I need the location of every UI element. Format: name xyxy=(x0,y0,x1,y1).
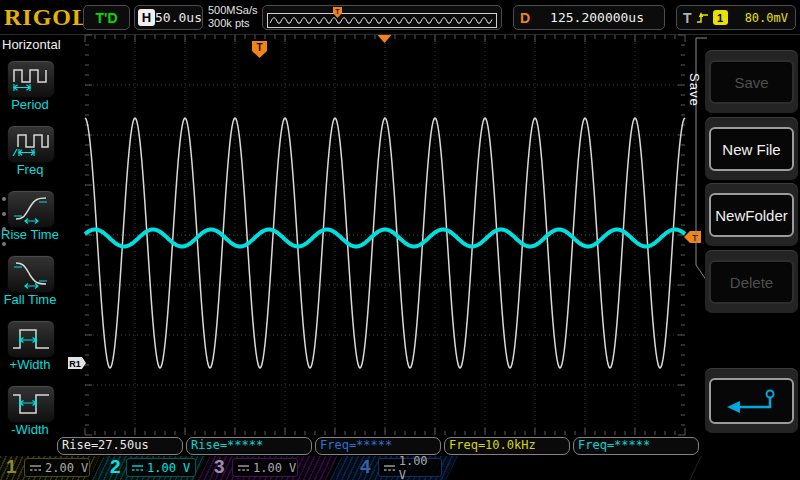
memory-trigger-marker: T xyxy=(333,7,342,18)
trigger-slope-icon xyxy=(696,11,709,25)
save-button-holder: Save xyxy=(705,50,798,113)
fall-time-icon xyxy=(7,255,55,293)
channel-status-bar: 1 2.00 V 2 1.00 V 3 xyxy=(0,456,800,480)
channel-1-indicator[interactable]: 1 2.00 V xyxy=(0,456,100,480)
new-folder-button[interactable]: NewFolder xyxy=(709,193,794,237)
new-folder-button-holder: NewFolder xyxy=(705,183,798,246)
menu-page-dot xyxy=(2,197,6,201)
waveform-memory-preview: T xyxy=(262,5,502,30)
measurement-cell-3[interactable]: Freq=***** xyxy=(315,437,441,455)
h-label: H xyxy=(138,9,155,26)
channel-3-indicator[interactable]: 3 1.00 V xyxy=(198,456,338,480)
delete-button[interactable]: Delete xyxy=(709,260,794,304)
channel-1-volts: 2.00 V xyxy=(45,461,88,475)
dc-coupling-icon xyxy=(131,463,144,473)
channel-2-volts: 1.00 V xyxy=(147,461,190,475)
menu-label-fall-time: Fall Time xyxy=(0,292,60,307)
period-icon xyxy=(7,60,55,98)
dc-coupling-icon xyxy=(383,463,396,473)
menu-page-dot xyxy=(2,227,6,231)
channel-4-scale: 1.00 V xyxy=(378,458,442,477)
save-button[interactable]: Save xyxy=(709,60,794,104)
channel-4-number: 4 xyxy=(360,456,371,478)
oscilloscope-screen: RIGOL T'D H 50.0us 500MSa/s 300k pts T D… xyxy=(0,0,800,480)
rigol-logo: RIGOL xyxy=(4,4,89,31)
timebase-box[interactable]: H 50.0us xyxy=(134,5,203,30)
waveform-display: T R1 T xyxy=(60,35,685,435)
new-file-button-holder: New File xyxy=(705,117,798,180)
dc-coupling-icon xyxy=(29,463,42,473)
measure-sidebar: Horizontal Period Freq xyxy=(0,35,60,435)
horizontal-offset-value: 125.200000us xyxy=(530,10,664,25)
menu-label-pos-width: +Width xyxy=(0,357,60,372)
menu-label-rise-time: Rise Time xyxy=(0,227,60,242)
d-label: D xyxy=(520,10,530,26)
channel-1-scale: 2.00 V xyxy=(24,458,90,477)
trigger-level-value: 80.0mV xyxy=(728,11,788,25)
trigger-position-marker[interactable]: T xyxy=(252,41,267,58)
channel-2-number: 2 xyxy=(110,456,121,478)
new-file-button[interactable]: New File xyxy=(709,127,794,171)
menu-item-rise-time[interactable]: Rise Time xyxy=(0,190,60,254)
menu-label-freq: Freq xyxy=(0,162,60,177)
measurement-cell-4[interactable]: Freq=10.0kHz xyxy=(444,437,570,455)
measurement-cell-2[interactable]: Rise=***** xyxy=(186,437,312,455)
trigger-status-badge: T'D xyxy=(83,5,130,30)
menu-page-dot xyxy=(2,242,6,246)
pos-width-icon xyxy=(7,320,55,358)
return-arrow-icon xyxy=(718,385,786,417)
status-divider xyxy=(689,456,701,480)
channel-4-volts: 1.00 V xyxy=(399,454,441,480)
freq-icon xyxy=(7,125,55,163)
channel-1-number: 1 xyxy=(6,456,17,478)
svg-text:T: T xyxy=(335,8,340,15)
rise-time-icon xyxy=(7,190,55,228)
menu-item-neg-width[interactable]: -Width xyxy=(0,385,60,449)
measurement-cell-1[interactable]: Rise=27.50us xyxy=(57,437,183,455)
back-button[interactable] xyxy=(709,378,794,424)
channel-3-number: 3 xyxy=(214,456,225,478)
menu-label-period: Period xyxy=(0,97,60,112)
channel-3-volts: 1.00 V xyxy=(253,461,296,475)
timebase-value: 50.0us xyxy=(155,10,202,25)
graticule xyxy=(85,35,685,435)
back-button-holder xyxy=(705,368,798,433)
svg-text:R1: R1 xyxy=(69,359,81,369)
channel-2-indicator[interactable]: 2 1.00 V xyxy=(92,456,206,480)
menu-item-pos-width[interactable]: +Width xyxy=(0,320,60,384)
dc-coupling-icon xyxy=(237,463,250,473)
menu-item-fall-time[interactable]: Fall Time xyxy=(0,255,60,319)
trigger-settings-box[interactable]: T 1 80.0mV xyxy=(676,5,796,30)
horizontal-offset-box[interactable]: D 125.200000us xyxy=(513,5,665,30)
menu-item-period[interactable]: Period xyxy=(0,60,60,124)
delete-button-holder: Delete xyxy=(705,250,798,313)
t-label: T xyxy=(683,10,692,26)
neg-width-icon xyxy=(7,385,55,423)
top-status-bar: RIGOL T'D H 50.0us 500MSa/s 300k pts T D… xyxy=(0,0,800,35)
trigger-source-badge: 1 xyxy=(713,10,728,25)
save-menu-panel: Save Save New File NewFolder Delete xyxy=(685,35,800,435)
menu-tab-label: Save xyxy=(687,73,702,107)
ref-waveform-marker[interactable]: R1 xyxy=(68,357,86,369)
menu-label-neg-width: -Width xyxy=(0,422,60,437)
memory-preview-wave xyxy=(270,17,492,23)
horizontal-center-marker xyxy=(378,35,392,43)
acquisition-info: 500MSa/s 300k pts xyxy=(208,4,258,30)
channel-3-scale: 1.00 V xyxy=(232,458,298,477)
channel-2-scale: 1.00 V xyxy=(126,458,196,477)
trigger-status-label: T'D xyxy=(96,10,118,26)
svg-text:T: T xyxy=(256,42,262,53)
sample-rate: 500MSa/s xyxy=(208,4,258,17)
sidebar-title: Horizontal xyxy=(2,37,61,52)
channel-4-indicator[interactable]: 4 1.00 V xyxy=(330,456,458,480)
memory-depth: 300k pts xyxy=(208,17,258,30)
memory-preview-graphic: T xyxy=(264,6,500,31)
measurement-cell-5[interactable]: Freq=***** xyxy=(573,437,699,455)
menu-page-dot xyxy=(2,212,6,216)
menu-item-freq[interactable]: Freq xyxy=(0,125,60,189)
